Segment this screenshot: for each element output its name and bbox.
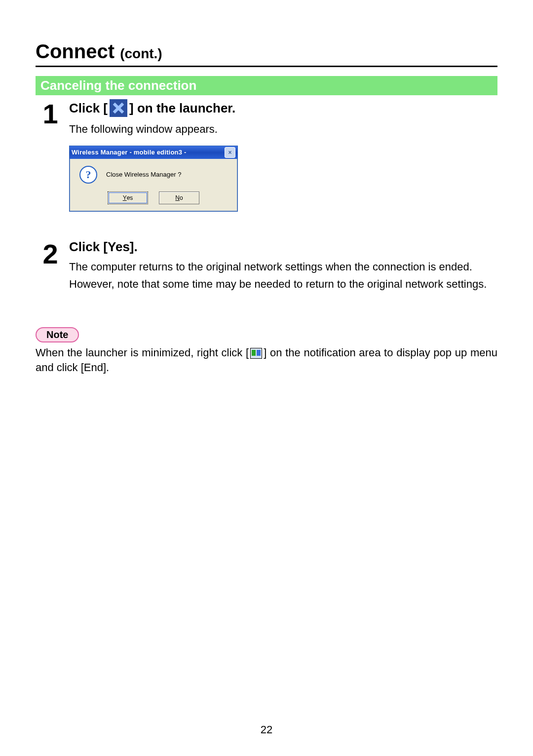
yes-button[interactable]: Yes	[108, 191, 148, 204]
step-2-heading: Click [Yes].	[69, 239, 497, 255]
dialog-title: Wireless Manager - mobile edition3 -	[72, 149, 186, 156]
page-number: 22	[0, 723, 533, 736]
step-1: 1 Click [ ] on the launcher. The followi…	[36, 99, 497, 217]
step-2-para-1: The computer returns to the original net…	[69, 260, 497, 274]
dialog-message: Close Wireless Manager ?	[106, 171, 181, 178]
confirm-dialog: Wireless Manager - mobile edition3 - × ?…	[69, 146, 238, 212]
yes-rest: es	[127, 194, 133, 201]
question-icon: ?	[79, 166, 97, 184]
launcher-close-icon	[110, 99, 127, 117]
step-1-heading: Click [ ] on the launcher.	[69, 99, 497, 117]
section-header: Canceling the connection	[36, 76, 497, 95]
step-1-prefix: Click [	[69, 101, 108, 116]
step-1-suffix: ] on the launcher.	[129, 101, 235, 116]
no-underline: N	[175, 194, 180, 201]
dialog-close-icon[interactable]: ×	[225, 147, 235, 158]
note-block: Note When the launcher is minimized, rig…	[36, 327, 497, 375]
page-title: Connect (cont.)	[36, 40, 497, 67]
tray-icon	[250, 348, 262, 359]
page-title-cont: (cont.)	[120, 46, 162, 61]
yes-underline: Y	[123, 194, 127, 201]
page-title-main: Connect	[36, 40, 114, 62]
dialog-titlebar: Wireless Manager - mobile edition3 - ×	[70, 146, 237, 159]
step-2: 2 Click [Yes]. The computer returns to t…	[36, 239, 497, 301]
note-label: Note	[36, 327, 79, 342]
note-text-prefix: When the launcher is minimized, right cl…	[36, 346, 249, 359]
no-rest: o	[180, 194, 183, 201]
step-2-number: 2	[36, 240, 65, 268]
step-1-para: The following window appears.	[69, 122, 497, 137]
step-2-para-2: However, note that some time may be need…	[69, 277, 497, 292]
no-button[interactable]: No	[159, 191, 199, 204]
step-1-number: 1	[36, 100, 65, 128]
note-text: When the launcher is minimized, right cl…	[36, 345, 497, 375]
